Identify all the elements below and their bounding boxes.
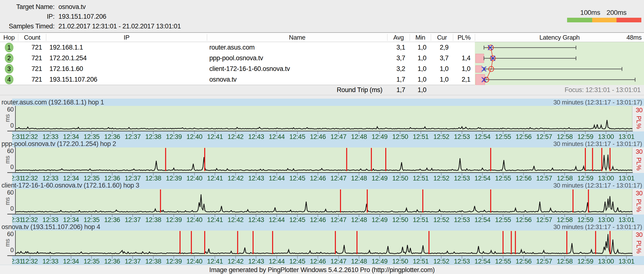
pl-cell: 2,1 xyxy=(453,76,475,83)
time-label: 12:37 xyxy=(124,175,141,182)
time-axis-band: 12:3112:3212:3312:3412:3512:3612:3712:38… xyxy=(12,173,644,182)
graph-range-label: 30 minutes (12:31:17 - 13:01:17) xyxy=(554,182,642,189)
time-label: 12:44 xyxy=(269,133,285,140)
latency-scale-label: 48ms xyxy=(626,34,642,41)
samples-timed-label: Samples Timed: xyxy=(0,21,54,31)
avg-cell: 3,2 xyxy=(387,65,410,73)
time-label: 12:57 xyxy=(536,258,552,265)
cur-cell: 1,0 xyxy=(431,76,453,83)
round-trip-label: Round Trip (ms) xyxy=(0,86,387,94)
latency-legend-bar xyxy=(567,18,641,22)
time-label: 12:41 xyxy=(207,258,223,265)
latency-timeline-plot[interactable] xyxy=(15,231,632,256)
graph-range-label: 30 minutes (12:31:17 - 13:01:17) xyxy=(554,140,642,148)
time-label: 12:55 xyxy=(495,216,511,223)
col-header-latency-graph: Latency Graph 48ms xyxy=(475,34,644,41)
y-axis-unit-label: ms xyxy=(4,197,11,205)
ip-cell: 172.16.1.60 xyxy=(46,65,207,73)
time-label: 12:57 xyxy=(536,133,552,140)
samples-timed-value: 21.02.2017 12:31:01 - 21.02.2017 13:01:0… xyxy=(58,21,181,31)
time-label: 12:51 xyxy=(413,258,429,265)
time-label: 12:59 xyxy=(577,175,594,182)
latency-timeline-plot[interactable] xyxy=(15,189,632,214)
name-cell: ppp-pool.osnova.tv xyxy=(207,54,387,62)
time-label: 12:48 xyxy=(351,175,367,182)
legend-yellow-segment xyxy=(592,18,616,22)
y-axis-zero-label: 0 xyxy=(0,122,14,129)
time-label: 12:40 xyxy=(186,258,202,265)
col-header-hop: Hop xyxy=(0,34,18,41)
time-label: 12:51 xyxy=(413,175,429,182)
time-label: 12:42 xyxy=(228,216,244,223)
min-cell: 1,0 xyxy=(410,54,431,62)
target-name-row: Target Name: osnova.tv xyxy=(0,2,644,12)
target-name-value: osnova.tv xyxy=(58,2,86,12)
pl-cell: 1,0 xyxy=(453,65,475,73)
time-label: 12:43 xyxy=(248,133,264,140)
spacer xyxy=(0,95,644,99)
latency-overview-chart[interactable] xyxy=(475,42,644,85)
time-label: 12:44 xyxy=(269,216,285,223)
y-axis-unit-label: ms xyxy=(4,239,11,247)
graph-title: ppp-pool.osnova.tv (172.20.1.254) hop 2 xyxy=(2,140,116,148)
time-label: 12:55 xyxy=(495,258,511,265)
time-label: 12:45 xyxy=(290,216,306,223)
hop-badge: 1 xyxy=(5,43,14,52)
time-label: 12:59 xyxy=(577,258,594,265)
latency-timeline-plot[interactable] xyxy=(15,106,632,131)
time-label: 12:49 xyxy=(372,258,388,265)
latency-timeline-plot[interactable] xyxy=(15,147,632,173)
time-label: 12:39 xyxy=(166,258,182,265)
hop-badge: 3 xyxy=(5,64,14,74)
time-label: 12:38 xyxy=(145,216,161,223)
time-label: 12:31 xyxy=(12,216,23,223)
time-label: 12:33 xyxy=(42,216,58,223)
graph-range-label: 30 minutes (12:31:17 - 13:01:17) xyxy=(554,223,642,231)
time-label: 12:38 xyxy=(145,133,161,140)
y-axis-zero-label: 0 xyxy=(0,205,14,212)
time-label: 12:49 xyxy=(372,216,388,223)
col-header-count: Count xyxy=(18,34,46,41)
time-label: 12:44 xyxy=(269,175,285,182)
time-label: 13:00 xyxy=(598,258,614,265)
time-label: 12:48 xyxy=(351,216,367,223)
time-label: 12:38 xyxy=(145,175,161,182)
name-cell: client-172-16-1-60.osnova.tv xyxy=(207,65,387,73)
time-label: 12:53 xyxy=(454,258,470,265)
y-axis-max-label: 60 xyxy=(0,106,14,113)
ip-cell: 193.151.107.206 xyxy=(46,76,207,83)
time-label: 12:56 xyxy=(516,133,532,140)
time-label: 13:01 xyxy=(618,133,634,140)
time-label: 12:55 xyxy=(495,133,511,140)
time-label: 12:55 xyxy=(495,175,511,182)
time-label: 12:40 xyxy=(186,216,202,223)
timeline-graph-hop-2: ppp-pool.osnova.tv (172.20.1.254) hop 2 … xyxy=(0,140,644,182)
pl-axis-unit-label: PL% xyxy=(635,199,643,212)
hop-badge: 2 xyxy=(5,53,14,63)
time-label: 12:33 xyxy=(42,175,58,182)
ip-cell: 172.20.1.254 xyxy=(46,54,207,62)
time-label: 12:39 xyxy=(166,133,182,140)
time-label: 12:43 xyxy=(248,175,264,182)
time-label: 12:49 xyxy=(372,133,388,140)
time-label: 12:38 xyxy=(145,258,161,265)
time-label: 12:36 xyxy=(104,216,120,223)
avg-cell: 1,7 xyxy=(387,76,410,83)
footer: Image generated by PingPlotter Windows 5… xyxy=(0,265,644,274)
time-label: 12:32 xyxy=(22,216,38,223)
time-label: 12:31 xyxy=(12,258,23,265)
ip-cell: 192.168.1.1 xyxy=(46,44,207,51)
time-label: 12:44 xyxy=(269,258,285,265)
time-label: 12:56 xyxy=(516,175,532,182)
time-label: 12:54 xyxy=(474,258,491,265)
time-label: 13:01 xyxy=(618,258,634,265)
time-label: 12:41 xyxy=(207,133,223,140)
time-label: 13:00 xyxy=(598,175,614,182)
col-header-avg: Avg xyxy=(387,34,410,41)
col-header-pl: PL% xyxy=(453,34,475,41)
generated-by-text: Image generated by PingPlotter Windows 5… xyxy=(209,266,435,274)
time-label: 12:59 xyxy=(577,133,594,140)
graph-header xyxy=(12,99,644,106)
time-label: 12:45 xyxy=(290,133,306,140)
time-label: 12:53 xyxy=(454,175,470,182)
